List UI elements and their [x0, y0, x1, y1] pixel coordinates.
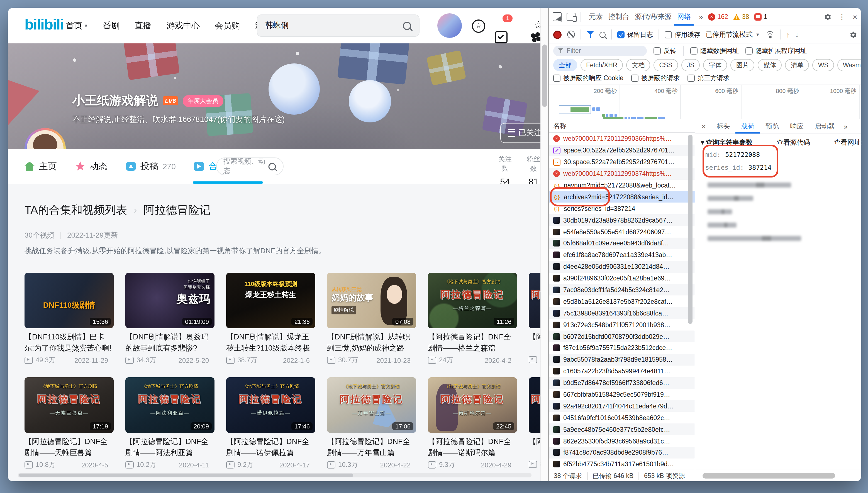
user-avatar[interactable]: ⚡ — [24, 128, 66, 149]
blocked-requests-checkbox[interactable]: 被屏蔽的请求 — [631, 74, 680, 82]
error-badge[interactable]: ×162 — [708, 13, 728, 20]
request-row[interactable]: 04516fa9fcf1016c014539b8ea602c… — [549, 412, 695, 424]
request-row[interactable]: 862e235330f5d393c69568a9cd31c… — [549, 435, 695, 447]
request-row[interactable]: efc61f8a8ac78d697ea1a339e413ab… — [549, 249, 695, 261]
inspect-element-icon[interactable] — [553, 12, 562, 21]
video-card[interactable]: 阿拉德冒险记【阿拉德冒险记】8. — [529, 377, 540, 470]
more-options-icon[interactable]: ⋮ — [838, 12, 846, 21]
import-har-icon[interactable]: ↑ — [786, 30, 790, 39]
favorites-star-icon[interactable]: ☆ — [534, 20, 540, 30]
video-title[interactable]: 【阿拉德冒险记】DNF全剧情——诺伊佩拉篇 — [226, 436, 315, 458]
video-title[interactable]: 【阿拉德冒险记】DNF全剧情——格兰之森篇 — [428, 331, 517, 354]
video-card[interactable]: 《地下城与勇士》官方剧情阿拉德冒险记—天帷巨兽篇—17:19【阿拉德冒险记】DN… — [24, 377, 114, 470]
video-title[interactable]: 【DNF剧情解说】奥兹玛的故事到底有多悲惨? — [125, 331, 215, 354]
video-title[interactable]: 【阿拉德冒险记】DNF全剧情——天帷巨兽篇 — [24, 436, 114, 458]
video-title[interactable]: 【阿拉德冒险记】DNF全剧情——万年雪山篇 — [327, 436, 416, 458]
breadcrumb[interactable]: TA的合集和视频列表 — [24, 202, 127, 218]
video-card[interactable]: 《地下城与勇士》官方剧情阿拉德冒险记—万年雪山篇—17:06【阿拉德冒险记】DN… — [327, 377, 416, 470]
video-card[interactable]: DNF110级剧情15:36【DNF110级剧情】巴卡尔:为了你我是煞费苦心啊!… — [24, 273, 114, 365]
search-icon[interactable] — [403, 21, 411, 30]
message-icon[interactable] — [495, 31, 507, 43]
export-har-icon[interactable]: ↓ — [795, 30, 799, 39]
request-row[interactable]: f8741c8c70ac938dbd9e2908f9b76… — [549, 447, 695, 458]
bilibili-logo[interactable]: bilibili — [24, 16, 63, 34]
video-title[interactable]: 【DNF110级剧情】巴卡尔:为了你我是煞费苦心啊! — [24, 331, 114, 354]
hide-data-urls-checkbox[interactable]: 隐藏数据网址 — [690, 46, 739, 55]
video-thumbnail[interactable]: 《地下城与勇士》官方剧情阿拉德冒险记—诺斯玛尔篇—22:45 — [428, 377, 517, 433]
devtools-tab-元素[interactable]: 元素 — [586, 8, 606, 26]
video-card[interactable]: 110级版本终极预测爆龙王秽土转生21:36【DNF剧情解说】爆龙王秽土转生?1… — [226, 273, 315, 365]
user-name[interactable]: 小王纸游戏解说 — [73, 92, 158, 109]
page-scrollbar[interactable] — [540, 8, 549, 481]
detail-tab-标头[interactable]: 标头 — [711, 119, 735, 133]
blocked-cookies-checkbox[interactable]: 被屏蔽的响应 Cookie — [553, 74, 623, 82]
more-tabs-icon[interactable]: » — [699, 13, 703, 21]
filter-chip-JS[interactable]: JS — [681, 59, 700, 71]
nav-search-box[interactable]: 韩蛛俐 — [257, 15, 420, 37]
warning-badge[interactable]: 38 — [733, 13, 749, 20]
nav-item-5[interactable]: 会员购 — [215, 20, 240, 31]
followed-button[interactable]: 已关注 — [500, 123, 540, 143]
video-thumbnail[interactable]: 《地下城与勇士》官方剧情阿拉德冒险记—格兰之森篇—11:26 — [428, 273, 517, 328]
request-row[interactable]: ×web?0000141720112990374https%… — [549, 168, 695, 179]
filter-input[interactable]: Filter — [553, 45, 647, 56]
detail-tab-启动器[interactable]: 启动器 — [809, 119, 840, 133]
video-card[interactable]: 《地下城与勇士》官方剧情阿拉德冒险记—诺伊佩拉篇—17:46【阿拉德冒险记】DN… — [226, 377, 315, 470]
horizontal-scrollbar[interactable] — [18, 473, 531, 477]
request-row[interactable]: ‹›30.space.522a72efb52952d2976701… — [549, 156, 695, 168]
hide-extension-urls-checkbox[interactable]: 隐藏扩展程序网址 — [745, 46, 807, 55]
video-title[interactable]: 【阿拉德冒险记】DNF全剧情——诺斯玛尔篇 — [428, 436, 517, 458]
record-icon[interactable] — [553, 30, 562, 39]
request-row[interactable]: 6f52bb4775c34b711a317e61501b9d… — [549, 458, 695, 470]
nav-item-3[interactable]: 直播 — [135, 20, 151, 31]
video-thumbnail[interactable]: 也许我错了但我别无选择奥兹玛01:19:09 — [125, 273, 215, 328]
settings-gear-icon[interactable] — [823, 13, 831, 21]
devtools-tab-控制台[interactable]: 控制台 — [606, 8, 632, 26]
video-title[interactable]: 【阿拉德冒险记】DNF全剧情——阿法利亚篇 — [125, 436, 215, 458]
video-thumbnail[interactable]: 《地下城与勇士》官方剧情阿拉德冒险记—诺伊佩拉篇—17:46 — [226, 377, 315, 433]
video-thumbnail[interactable]: 110级版本终极预测爆龙王秽土转生21:36 — [226, 273, 315, 328]
video-thumbnail[interactable]: 《地下城与勇士》官方剧情阿拉德冒险记—天帷巨兽篇—17:19 — [24, 377, 114, 433]
nav-item-1[interactable]: 首页∨ — [66, 20, 88, 31]
request-row[interactable]: e54fe8e550a505e541d6872406097… — [549, 226, 695, 238]
request-row[interactable]: 9abc55078fa2aab3f798d9e1815958… — [549, 354, 695, 366]
video-card[interactable]: 从转职到三觉奶妈的故事剧情解说07:08【DNF剧情解说】从转职到三觉,奶妈的成… — [327, 273, 416, 365]
throttling-dropdown[interactable]: 已停用节流模式▼ — [706, 30, 760, 39]
network-conditions-icon[interactable] — [766, 31, 774, 38]
filter-chip-CSS[interactable]: CSS — [654, 59, 678, 71]
filter-chip-字体[interactable]: 字体 — [703, 59, 727, 71]
request-row[interactable]: 5a9eec48b75e460e377c5b2e80efc… — [549, 424, 695, 435]
detail-scrollbar-thumb[interactable] — [703, 473, 835, 478]
request-row[interactable]: c16057a22b23f8d5a5999474e4811… — [549, 366, 695, 377]
request-row[interactable]: 30db0197d23a8b978b8262d9ca567… — [549, 214, 695, 226]
network-settings-icon[interactable] — [848, 30, 857, 39]
request-row[interactable]: 667cbfbfab5158429c5ec5079bf919… — [549, 389, 695, 400]
disable-cache-checkbox[interactable]: 停用缓存 — [665, 30, 700, 39]
stat-粉丝数[interactable]: 粉丝数81 — [526, 155, 540, 187]
request-row[interactable]: 75c13980e839164393f16b6c88fca… — [549, 307, 695, 319]
request-row[interactable]: f87e1b56f9a755715da223b512cdce… — [549, 342, 695, 354]
detail-tab-载荷[interactable]: 载荷 — [735, 119, 760, 133]
request-row[interactable]: 05f668af01c09e7aee05943df6da8f… — [549, 238, 695, 249]
avatar[interactable] — [437, 13, 462, 38]
devtools-tab-源代码/来源[interactable]: 源代码/来源 — [632, 8, 674, 26]
video-thumbnail[interactable]: 《地下城与勇士》官方剧情阿拉德冒险记—万年雪山篇—17:06 — [327, 377, 416, 433]
request-row[interactable]: a390f2489633f02ce05f1a28ba1e69… — [549, 272, 695, 284]
search-icon[interactable] — [600, 31, 606, 38]
filter-chip-Fetch/XHR[interactable]: Fetch/XHR — [581, 59, 623, 71]
close-detail-icon[interactable]: × — [697, 122, 711, 131]
view-url-encoded-link[interactable]: 查看网址编码 — [834, 138, 861, 147]
filter-chip-Wasm[interactable]: Wasm — [837, 59, 861, 71]
filter-chip-文档[interactable]: 文档 — [626, 59, 650, 71]
request-row[interactable]: e5d3b1a5126e8137e5b37f202e8caf… — [549, 296, 695, 307]
nav-item-2[interactable]: 番剧 — [103, 20, 120, 31]
vip-star-icon[interactable]: ☆ — [472, 20, 485, 33]
video-card[interactable]: 《地下城与勇士》官方剧情阿拉德冒险记—阿法利亚篇—20:09【阿拉德冒险记】DN… — [125, 377, 215, 470]
third-party-checkbox[interactable]: 第三方请求 — [687, 74, 730, 82]
device-toolbar-icon[interactable] — [567, 13, 576, 21]
request-row[interactable]: space.30.522a72efb52952d2976701… — [549, 145, 695, 156]
video-title[interactable]: 【DNF剧情解说】爆龙王秽土转生?110级版本终极 — [226, 331, 315, 354]
video-thumbnail[interactable]: 阿拉德冒险记 — [529, 273, 540, 328]
video-title[interactable]: 【阿拉德冒险记】 — [529, 331, 540, 354]
filter-chip-清单[interactable]: 清单 — [785, 59, 809, 71]
